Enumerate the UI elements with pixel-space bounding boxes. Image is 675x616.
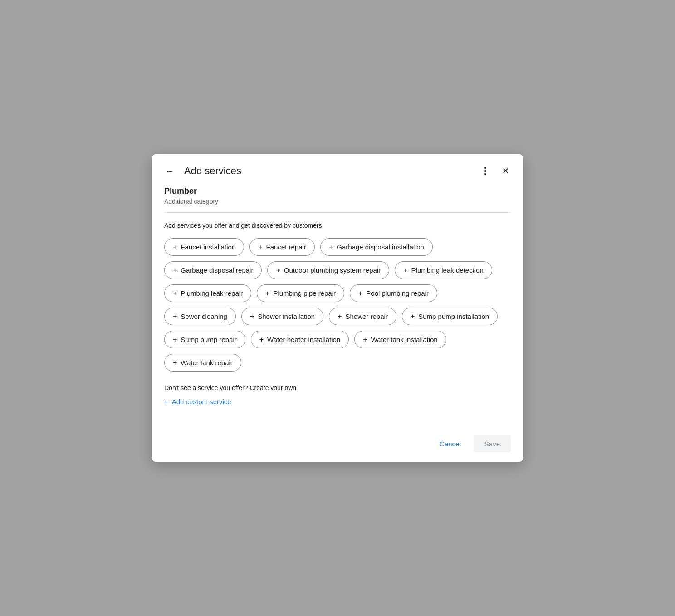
plus-icon-water-tank-installation: + bbox=[363, 336, 367, 343]
service-label-shower-repair: Shower repair bbox=[346, 313, 388, 320]
service-label-water-heater-installation: Water heater installation bbox=[267, 336, 340, 343]
service-chip-plumbing-pipe-repair[interactable]: +Plumbing pipe repair bbox=[257, 284, 344, 302]
service-label-plumbing-pipe-repair: Plumbing pipe repair bbox=[273, 289, 336, 297]
dialog-footer: Cancel Save bbox=[152, 429, 523, 462]
category-subtitle: Additional category bbox=[164, 198, 511, 205]
close-button[interactable]: ✕ bbox=[496, 162, 514, 180]
back-button[interactable]: ← bbox=[161, 162, 179, 180]
plus-icon-faucet-repair: + bbox=[258, 244, 262, 251]
plus-icon-shower-installation: + bbox=[250, 313, 254, 320]
plus-icon-faucet-installation: + bbox=[173, 244, 177, 251]
plus-icon: + bbox=[164, 398, 168, 406]
service-chip-shower-repair[interactable]: +Shower repair bbox=[329, 308, 396, 325]
plus-icon-garbage-disposal-repair: + bbox=[173, 267, 177, 274]
service-chip-sump-pump-installation[interactable]: +Sump pump installation bbox=[402, 308, 498, 325]
dialog-header: ← Add services ✕ bbox=[152, 154, 523, 186]
services-description: Add services you offer and get discovere… bbox=[164, 222, 511, 229]
service-chip-outdoor-plumbing-system-repair[interactable]: +Outdoor plumbing system repair bbox=[267, 261, 389, 279]
service-label-water-tank-installation: Water tank installation bbox=[371, 336, 438, 343]
service-label-sump-pump-installation: Sump pump installation bbox=[418, 313, 489, 320]
service-chip-garbage-disposal-installation[interactable]: +Garbage disposal installation bbox=[320, 238, 433, 256]
plus-icon-outdoor-plumbing-system-repair: + bbox=[276, 267, 280, 274]
service-label-pool-plumbing-repair: Pool plumbing repair bbox=[366, 289, 429, 297]
service-label-shower-installation: Shower installation bbox=[258, 313, 315, 320]
service-chip-shower-installation[interactable]: +Shower installation bbox=[241, 308, 323, 325]
service-chip-sump-pump-repair[interactable]: +Sump pump repair bbox=[164, 331, 245, 348]
category-section: Plumber Additional category bbox=[164, 186, 511, 213]
back-arrow-icon: ← bbox=[165, 166, 174, 176]
dialog: ← Add services ✕ bbox=[152, 154, 523, 462]
more-options-icon bbox=[484, 167, 486, 175]
category-title: Plumber bbox=[164, 186, 511, 196]
close-icon: ✕ bbox=[502, 166, 509, 176]
service-chip-sewer-cleaning[interactable]: +Sewer cleaning bbox=[164, 308, 236, 325]
service-label-garbage-disposal-repair: Garbage disposal repair bbox=[181, 266, 253, 274]
service-label-outdoor-plumbing-system-repair: Outdoor plumbing system repair bbox=[284, 266, 381, 274]
cancel-button[interactable]: Cancel bbox=[430, 435, 470, 452]
service-label-garbage-disposal-installation: Garbage disposal installation bbox=[337, 243, 424, 251]
service-label-plumbing-leak-detection: Plumbing leak detection bbox=[411, 266, 484, 274]
service-label-sump-pump-repair: Sump pump repair bbox=[181, 336, 236, 343]
add-custom-service-button[interactable]: + Add custom service bbox=[164, 396, 231, 407]
plus-icon-plumbing-leak-detection: + bbox=[403, 267, 407, 274]
add-custom-service-label: Add custom service bbox=[172, 398, 231, 406]
service-label-faucet-repair: Faucet repair bbox=[266, 243, 306, 251]
service-chip-plumbing-leak-detection[interactable]: +Plumbing leak detection bbox=[395, 261, 492, 279]
service-chip-plumbing-leak-repair[interactable]: +Plumbing leak repair bbox=[164, 284, 251, 302]
service-chip-faucet-repair[interactable]: +Faucet repair bbox=[249, 238, 315, 256]
custom-section: Don't see a service you offer? Create yo… bbox=[164, 384, 511, 407]
service-chip-garbage-disposal-repair[interactable]: +Garbage disposal repair bbox=[164, 261, 262, 279]
service-chip-pool-plumbing-repair[interactable]: +Pool plumbing repair bbox=[350, 284, 437, 302]
services-grid: +Faucet installation+Faucet repair+Garba… bbox=[164, 238, 511, 372]
save-button[interactable]: Save bbox=[474, 435, 511, 452]
plus-icon-water-heater-installation: + bbox=[259, 336, 264, 343]
plus-icon-plumbing-pipe-repair: + bbox=[265, 290, 269, 297]
custom-text: Don't see a service you offer? Create yo… bbox=[164, 384, 511, 391]
plus-icon-shower-repair: + bbox=[338, 313, 342, 320]
plus-icon-sewer-cleaning: + bbox=[173, 313, 177, 320]
plus-icon-pool-plumbing-repair: + bbox=[358, 290, 362, 297]
header-actions: ✕ bbox=[476, 162, 514, 180]
dialog-title: Add services bbox=[184, 165, 471, 177]
plus-icon-garbage-disposal-installation: + bbox=[329, 244, 333, 251]
plus-icon-sump-pump-repair: + bbox=[173, 336, 177, 343]
service-chip-water-heater-installation[interactable]: +Water heater installation bbox=[251, 331, 349, 348]
service-chip-water-tank-repair[interactable]: +Water tank repair bbox=[164, 354, 241, 372]
service-label-sewer-cleaning: Sewer cleaning bbox=[181, 313, 227, 320]
plus-icon-water-tank-repair: + bbox=[173, 359, 177, 367]
backdrop: ← Add services ✕ bbox=[0, 0, 675, 616]
service-label-plumbing-leak-repair: Plumbing leak repair bbox=[181, 289, 243, 297]
more-options-button[interactable] bbox=[476, 162, 494, 180]
service-label-faucet-installation: Faucet installation bbox=[181, 243, 235, 251]
service-chip-water-tank-installation[interactable]: +Water tank installation bbox=[354, 331, 446, 348]
service-chip-faucet-installation[interactable]: +Faucet installation bbox=[164, 238, 244, 256]
plus-icon-plumbing-leak-repair: + bbox=[173, 290, 177, 297]
dialog-body: Plumber Additional category Add services… bbox=[152, 186, 523, 429]
service-label-water-tank-repair: Water tank repair bbox=[181, 359, 233, 367]
plus-icon-sump-pump-installation: + bbox=[411, 313, 415, 320]
